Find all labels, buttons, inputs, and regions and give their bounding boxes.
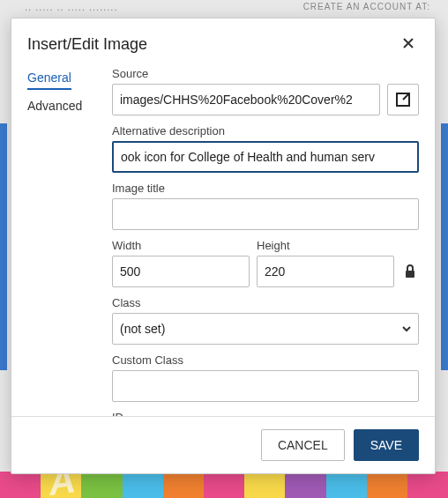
source-input[interactable] bbox=[112, 84, 380, 115]
dialog-header: Insert/Edit Image bbox=[11, 19, 435, 67]
field-alt: Alternative description bbox=[112, 124, 419, 173]
background-accent bbox=[0, 123, 7, 370]
custom-class-input[interactable] bbox=[112, 370, 419, 402]
label-class: Class bbox=[112, 296, 419, 309]
field-source: Source bbox=[112, 67, 419, 115]
tab-general[interactable]: General bbox=[27, 71, 71, 90]
close-icon bbox=[401, 36, 415, 50]
background-text: .. ..... .. ..... ........ bbox=[25, 2, 117, 12]
open-external-icon bbox=[395, 92, 411, 108]
field-image-title: Image title bbox=[112, 182, 419, 230]
field-height: Height bbox=[257, 239, 394, 287]
background-text: CREATE AN ACCOUNT AT: bbox=[303, 2, 430, 11]
aspect-lock-button[interactable] bbox=[401, 256, 419, 287]
label-image-title: Image title bbox=[112, 182, 419, 195]
svg-rect-0 bbox=[406, 271, 414, 278]
save-button[interactable]: SAVE bbox=[354, 429, 419, 461]
label-custom-class: Custom Class bbox=[112, 353, 419, 367]
dialog-footer: CANCEL SAVE bbox=[11, 416, 435, 473]
lock-icon bbox=[404, 264, 416, 279]
label-alt: Alternative description bbox=[112, 124, 419, 138]
dialog-title: Insert/Edit Image bbox=[27, 35, 147, 54]
dialog-tabs: General Advanced bbox=[27, 67, 112, 409]
label-height: Height bbox=[257, 239, 394, 252]
form-panel: Source Alternative description Image tit… bbox=[112, 67, 419, 409]
height-input[interactable] bbox=[257, 256, 394, 287]
field-custom-class: Custom Class bbox=[112, 353, 419, 402]
close-button[interactable] bbox=[398, 33, 419, 56]
tab-advanced[interactable]: Advanced bbox=[27, 99, 82, 116]
label-width: Width bbox=[112, 239, 250, 252]
background-accent bbox=[441, 123, 448, 370]
dimensions-row: Width Height bbox=[112, 239, 419, 287]
insert-edit-image-dialog: Insert/Edit Image General Advanced Sourc… bbox=[11, 18, 436, 474]
class-select[interactable]: (not set) bbox=[112, 313, 419, 345]
alt-input[interactable] bbox=[112, 141, 419, 173]
source-browse-button[interactable] bbox=[387, 84, 419, 115]
field-width: Width bbox=[112, 239, 250, 287]
label-source: Source bbox=[112, 67, 419, 80]
cancel-button[interactable]: CANCEL bbox=[261, 429, 345, 461]
image-title-input[interactable] bbox=[112, 198, 419, 230]
field-class: Class (not set) bbox=[112, 296, 419, 345]
width-input[interactable] bbox=[112, 256, 250, 287]
